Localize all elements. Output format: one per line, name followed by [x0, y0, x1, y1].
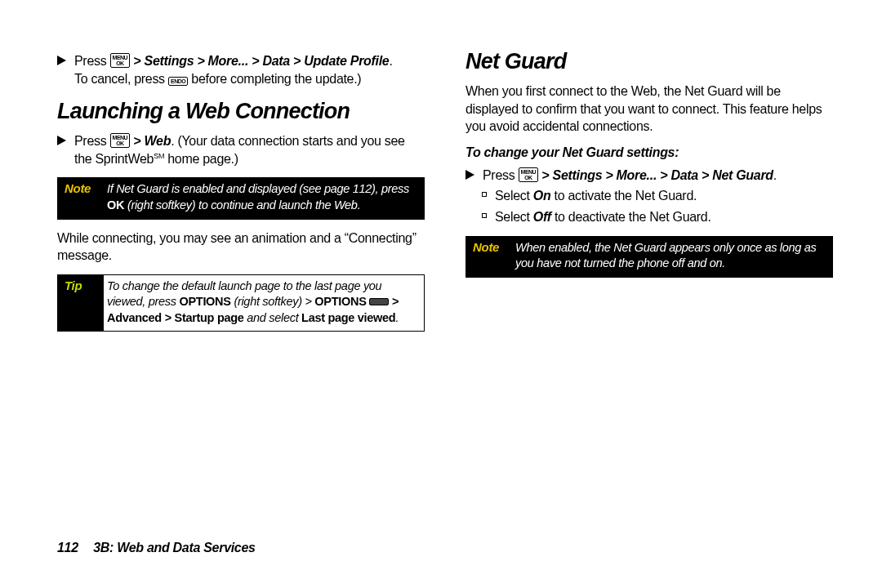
update-profile-step: Press MENU OK > Settings > More... > Dat… — [57, 52, 425, 87]
note-label: Note — [466, 237, 512, 277]
on-post: to activate the Net Guard. — [550, 189, 697, 203]
tip-text-3: and select — [244, 311, 302, 324]
options-label: OPTIONS — [179, 295, 230, 308]
menu-ok-key-icon: MENU OK — [110, 53, 131, 68]
option-off: Select Off to deactivate the Net Guard. — [466, 208, 833, 226]
option-on: Select On to activate the Net Guard. — [466, 187, 833, 205]
right-column: Net Guard When you first connect to the … — [466, 49, 833, 341]
sm-mark: SM — [154, 151, 164, 159]
tip-body: To change the default launch page to the… — [104, 275, 424, 332]
menu-ok-key-icon: MENU OK — [519, 167, 539, 182]
on-pre: Select — [495, 189, 533, 203]
tip-period: . — [395, 311, 399, 324]
page-number: 112 — [57, 541, 90, 555]
menu-ok-key-icon: MENU OK — [110, 133, 131, 148]
left-column: Press MENU OK > Settings > More... > Dat… — [57, 49, 425, 341]
note-text-2: (right softkey) to continue and launch t… — [124, 198, 360, 212]
cancel-text-2: before completing the update.) — [191, 72, 361, 86]
note-label: Note — [58, 178, 104, 218]
cancel-text-1: To cancel, press — [74, 72, 165, 86]
note-callout: Note If Net Guard is enabled and display… — [57, 177, 425, 219]
heading-launching: Launching a Web Connection — [57, 99, 425, 124]
end-key-icon: ENDO — [168, 77, 188, 86]
square-icon — [482, 192, 487, 197]
tip-text-2: (right softkey) > — [231, 295, 315, 308]
launch-web-step: Press MENU OK > Web. (Your data connecti… — [57, 132, 425, 167]
netguard-subhead: To change your Net Guard settings: — [466, 145, 833, 160]
triangle-icon — [466, 170, 474, 180]
press-label: Press — [74, 134, 106, 148]
netguard-path: > Settings > More... > Data > Net Guard — [541, 168, 773, 182]
page-footer: 112 3B: Web and Data Services — [57, 541, 256, 555]
update-profile-path: > Settings > More... > Data > Update Pro… — [133, 54, 389, 68]
note-body: If Net Guard is enabled and displayed (s… — [104, 178, 424, 218]
press-label: Press — [74, 54, 106, 68]
note-callout-2: Note When enabled, the Net Guard appears… — [466, 236, 833, 278]
ok-key-label: OK — [107, 198, 124, 212]
web-label: > Web — [133, 134, 171, 148]
tip-label: Tip — [58, 275, 104, 332]
square-icon — [482, 213, 487, 218]
netguard-period: . — [773, 168, 777, 182]
tip-callout: Tip To change the default launch page to… — [57, 274, 425, 332]
press-label: Press — [483, 168, 514, 182]
connecting-paragraph: While connecting, you may see an animati… — [57, 229, 425, 265]
netguard-step: Press MENU OK > Settings > More... > Dat… — [466, 167, 833, 185]
heading-netguard: Net Guard — [466, 49, 833, 74]
last-page-label: Last page viewed — [301, 311, 395, 324]
page-columns: Press MENU OK > Settings > More... > Dat… — [57, 49, 833, 341]
footer-title: 3B: Web and Data Services — [93, 541, 256, 555]
off-post: to deactivate the Net Guard. — [551, 210, 711, 224]
on-keyword: On — [533, 189, 551, 203]
note-text-1: If Net Guard is enabled and displayed (s… — [107, 182, 409, 195]
triangle-icon — [57, 136, 66, 145]
off-keyword: Off — [533, 210, 551, 224]
options-label-2: OPTIONS — [314, 295, 366, 308]
netguard-intro: When you first connect to the Web, the N… — [466, 82, 833, 136]
triangle-icon — [57, 56, 66, 65]
nav-key-icon — [369, 298, 389, 305]
launch-rest-2: home page.) — [164, 152, 238, 166]
note-body-2: When enabled, the Net Guard appears only… — [512, 237, 832, 277]
off-pre: Select — [495, 210, 533, 224]
